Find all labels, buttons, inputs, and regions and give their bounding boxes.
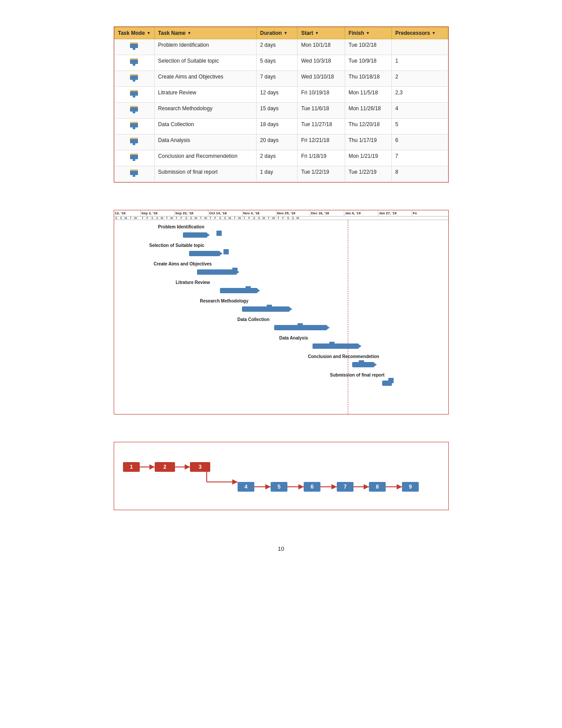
col-finish-arrow: ▼ xyxy=(366,31,370,35)
network-wrapper: 1 2 3 4 5 6 7 8 9 xyxy=(114,442,449,510)
task-start-cell: Fri 1/18/19 xyxy=(298,150,345,166)
task-duration-cell: 2 days xyxy=(257,39,298,55)
task-pred-cell: 7 xyxy=(391,150,448,166)
col-duration-arrow: ▼ xyxy=(283,31,287,35)
col-task-mode[interactable]: Task Mode ▼ xyxy=(114,27,154,39)
svg-text:3: 3 xyxy=(198,464,201,470)
svg-rect-7 xyxy=(133,80,135,82)
task-start-cell: Mon 10/1/18 xyxy=(298,39,345,55)
col-task-mode-arrow: ▼ xyxy=(147,31,151,35)
svg-rect-23 xyxy=(130,153,138,155)
gantt-wrapper: 12, '18 Sep 2, '18 Sep 23, '18 Oct 14, '… xyxy=(114,210,449,414)
gantt-row-6: Data Collection xyxy=(114,316,448,334)
svg-rect-25 xyxy=(133,175,135,177)
gantt-row-1: Problem Identification xyxy=(114,224,448,241)
gantt-period-5: Nov 25, '18 xyxy=(276,210,310,216)
col-finish[interactable]: Finish ▼ xyxy=(345,27,391,39)
gantt-icon-2 xyxy=(223,249,229,254)
gantt-label-2: Selection of Suitable topic xyxy=(149,243,205,248)
gantt-label-8: Conclusion and Recommendetion xyxy=(308,354,380,359)
gantt-icon-1 xyxy=(216,231,222,236)
svg-rect-1 xyxy=(133,48,135,50)
svg-rect-6 xyxy=(130,75,138,80)
task-start-cell: Fri 10/19/18 xyxy=(298,87,345,103)
task-finish-cell: Thu 12/20/18 xyxy=(345,119,391,134)
gantt-row-9: Submission of final report xyxy=(114,372,448,389)
svg-rect-10 xyxy=(133,96,135,97)
task-pred-cell: 4 xyxy=(391,103,448,119)
svg-rect-16 xyxy=(133,127,135,129)
task-duration-cell: 18 days xyxy=(257,119,298,134)
col-start-label: Start xyxy=(301,30,313,36)
table-row: Submission of final report1 dayTue 1/22/… xyxy=(114,166,448,182)
gantt-bar-arrow-4 xyxy=(257,289,260,292)
task-name-cell: Problem Identification xyxy=(154,39,257,55)
table-row: Data Analysis20 daysFri 12/21/18Thu 1/17… xyxy=(114,134,448,150)
svg-rect-18 xyxy=(130,139,138,143)
gantt-bar-6 xyxy=(274,325,327,330)
task-name-cell: Research Methodology xyxy=(154,103,257,119)
table-section: Task Mode ▼ Task Name ▼ Duration ▼ xyxy=(53,26,509,196)
task-pred-cell: 5 xyxy=(391,119,448,134)
task-mode-cell xyxy=(114,166,154,182)
network-svg: 1 2 3 4 5 6 7 8 9 xyxy=(119,451,436,500)
gantt-period-header: 12, '18 Sep 2, '18 Sep 23, '18 Oct 14, '… xyxy=(114,210,448,217)
gantt-row-4: Litrature Review xyxy=(114,279,448,297)
gantt-bar-7 xyxy=(313,343,359,349)
gantt-bar-arrow-2 xyxy=(220,252,223,255)
task-mode-cell xyxy=(114,119,154,134)
gantt-bar-5 xyxy=(242,306,290,312)
task-finish-cell: Mon 11/26/18 xyxy=(345,103,391,119)
svg-text:6: 6 xyxy=(310,484,313,490)
table-row: Data Collection18 daysTue 11/27/18Thu 12… xyxy=(114,119,448,134)
col-start[interactable]: Start ▼ xyxy=(298,27,345,39)
gantt-period-9: Fe xyxy=(412,210,448,216)
table-row: Litrature Review12 daysFri 10/19/18Mon 1… xyxy=(114,87,448,103)
table-row: Conclusion and Recommendetion2 daysFri 1… xyxy=(114,150,448,166)
svg-text:5: 5 xyxy=(277,484,280,490)
svg-rect-13 xyxy=(133,112,135,113)
gantt-bar-arrow-7 xyxy=(359,344,361,348)
svg-rect-12 xyxy=(130,107,138,112)
gantt-label-9: Submission of final report xyxy=(330,373,385,377)
svg-rect-22 xyxy=(133,159,135,161)
svg-rect-20 xyxy=(130,138,138,139)
svg-text:2: 2 xyxy=(163,464,166,470)
col-predecessors[interactable]: Predecessors ▼ xyxy=(391,27,448,39)
task-mode-cell xyxy=(114,39,154,55)
task-start-cell: Tue 1/22/19 xyxy=(298,166,345,182)
col-task-name-arrow: ▼ xyxy=(187,31,191,35)
col-duration-label: Duration xyxy=(260,30,282,36)
svg-rect-17 xyxy=(130,122,138,123)
col-task-name-label: Task Name xyxy=(158,30,186,36)
gantt-period-4: Nov 4, '18 xyxy=(242,210,276,216)
task-finish-cell: Tue 1/22/19 xyxy=(345,166,391,182)
svg-rect-19 xyxy=(133,143,135,145)
col-task-name[interactable]: Task Name ▼ xyxy=(154,27,257,39)
col-predecessors-label: Predecessors xyxy=(395,30,430,36)
task-start-cell: Wed 10/3/18 xyxy=(298,55,345,71)
task-name-cell: Litrature Review xyxy=(154,87,257,103)
task-pred-cell xyxy=(391,39,448,55)
svg-rect-2 xyxy=(130,42,138,44)
task-pred-cell: 1 xyxy=(391,55,448,71)
col-duration[interactable]: Duration ▼ xyxy=(257,27,298,39)
task-pred-cell: 2 xyxy=(391,71,448,87)
task-finish-cell: Mon 1/21/19 xyxy=(345,150,391,166)
task-name-cell: Conclusion and Recommendetion xyxy=(154,150,257,166)
gantt-label-6: Data Collection xyxy=(238,317,270,322)
task-duration-cell: 7 days xyxy=(257,71,298,87)
svg-rect-5 xyxy=(130,58,138,60)
gantt-bar-1 xyxy=(183,232,207,238)
task-pred-cell: 2,3 xyxy=(391,87,448,103)
gantt-label-5: Research Methodology xyxy=(200,299,249,303)
gantt-label-7: Data Analysis xyxy=(279,336,308,340)
gantt-day-header: S S M T W T F S S M T W T F S S M T xyxy=(114,217,448,220)
svg-rect-26 xyxy=(130,169,138,171)
gantt-period-3: Oct 14, '18 xyxy=(208,210,242,216)
gantt-period-7: Jan 6, '19 xyxy=(344,210,378,216)
gantt-row-2: Selection of Suitable topic xyxy=(114,242,448,260)
gantt-row-8: Conclusion and Recommendetion xyxy=(114,353,448,371)
task-duration-cell: 5 days xyxy=(257,55,298,71)
task-mode-cell xyxy=(114,71,154,87)
